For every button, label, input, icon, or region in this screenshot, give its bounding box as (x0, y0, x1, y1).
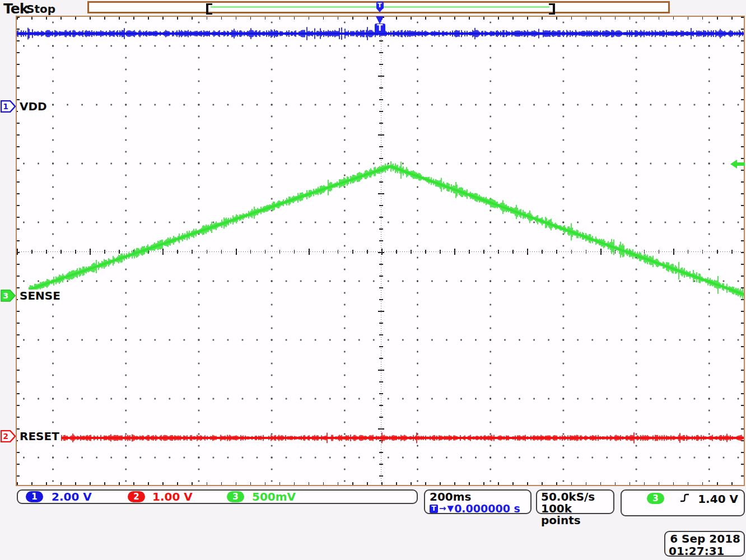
date-value: 6 Sep 2018 (669, 533, 740, 545)
timebase-scale: 200ms (430, 491, 530, 503)
timebase-readout: 200ms T→▼0.000000 s (424, 489, 531, 514)
trigger-level-value: 1.40 V (698, 492, 738, 506)
svg-text:2: 2 (3, 432, 8, 441)
record-length: 100k points (541, 503, 613, 526)
trigger-arrow-down-icon (376, 8, 383, 12)
record-view-trigger-marker[interactable]: T (375, 2, 384, 12)
datetime-readout: 6 Sep 2018 01:27:31 (664, 531, 745, 557)
channel-scale-readouts: 1 2.00 V 2 1.00 V 3 500mV (17, 489, 418, 504)
ch1-waveform-label: VDD (18, 100, 49, 113)
ch2-reference-marker[interactable]: 2 (1, 430, 16, 442)
trigger-t-icon: T (430, 505, 438, 513)
arrow-right-icon: → (439, 503, 446, 514)
trigger-t-icon: T (375, 24, 385, 33)
trigger-position-readout: T→▼0.000000 s (430, 503, 530, 514)
ch1-reference-marker[interactable]: 1 (1, 100, 16, 113)
acquisition-status: Stop (26, 2, 55, 16)
ch1-badge: 1 (26, 491, 43, 502)
triangle-down-icon: ▼ (447, 503, 454, 514)
trigger-position-marker[interactable]: T (374, 16, 386, 33)
svg-text:1: 1 (3, 102, 8, 111)
ch3-waveform-label: SENSE (18, 290, 62, 302)
ch2-scale: 1.00 V (152, 491, 193, 503)
tek-logo: Tek (3, 1, 28, 17)
trigger-position-value: 0.000000 s (454, 503, 520, 514)
ch1-scale: 2.00 V (52, 491, 92, 503)
ch3-scale: 500mV (252, 491, 296, 503)
ch3-badge: 3 (227, 491, 244, 502)
waveform-traces (17, 17, 744, 485)
ch2-waveform-label: RESET (18, 430, 61, 442)
ch3-reference-marker[interactable]: 3 (1, 290, 16, 302)
trigger-level-arrow-icon[interactable] (730, 159, 745, 169)
ch2-badge: 2 (128, 491, 145, 502)
record-view-bar[interactable]: T (87, 1, 670, 13)
svg-text:3: 3 (3, 291, 8, 300)
trigger-source-badge: 3 (647, 493, 664, 504)
time-value: 01:27:31 (669, 545, 740, 557)
record-view-left-bracket[interactable] (206, 3, 212, 15)
rising-edge-icon (679, 492, 691, 503)
graticule (16, 16, 745, 486)
sample-rate: 50.0kS/s (541, 491, 613, 503)
record-view-right-bracket[interactable] (549, 3, 555, 15)
acquisition-readout: 50.0kS/s 100k points (536, 489, 614, 514)
trigger-readout: 3 1.40 V (621, 489, 745, 516)
